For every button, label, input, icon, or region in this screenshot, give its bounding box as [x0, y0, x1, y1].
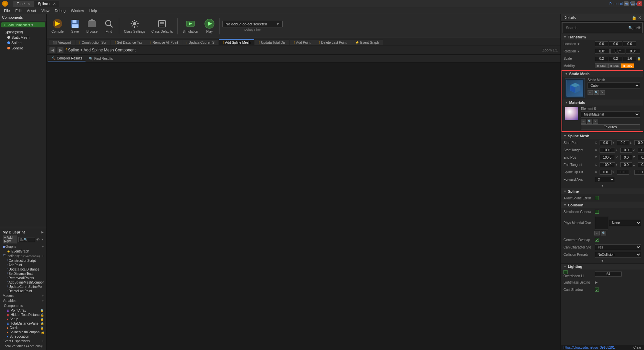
add-dispatcher-icon[interactable]: +	[42, 339, 44, 343]
event-dispatchers-section[interactable]: Event Dispatchers +	[1, 339, 45, 344]
local-variables-section[interactable]: Local Variables (AddSplin) +	[1, 344, 45, 349]
can-character-dropdown[interactable]: Yes	[595, 244, 641, 250]
close-button[interactable]: ✕	[637, 1, 642, 6]
materials-header[interactable]: Materials	[562, 100, 643, 106]
tab-test[interactable]: Test* ✕	[13, 1, 34, 7]
tab-remove-all[interactable]: f Remove All Point	[146, 40, 182, 45]
nav-back-button[interactable]: ◀	[49, 47, 55, 53]
add-function-icon[interactable]: +	[42, 254, 44, 258]
components-subsection[interactable]: Components	[1, 303, 45, 308]
material-arrow-left[interactable]: ←	[581, 119, 586, 124]
close-tab-test[interactable]: ✕	[27, 2, 30, 6]
rotation-z-input[interactable]	[626, 49, 640, 54]
allow-editing-checkbox[interactable]	[595, 196, 599, 200]
tab-spline[interactable]: Spline+ ✕	[34, 1, 59, 7]
location-y-input[interactable]	[609, 41, 622, 46]
tab-event-graph[interactable]: ⚡ Event Graph	[351, 40, 383, 45]
fn-removeall[interactable]: fRemoveAllPoints	[1, 276, 45, 280]
start-tang-z[interactable]	[638, 148, 644, 153]
sim-generates-checkbox[interactable]	[595, 210, 599, 214]
cast-shadow-checkbox[interactable]: ✓	[595, 288, 599, 292]
var-surelocation[interactable]: ●SureLocation	[1, 334, 45, 339]
eye-icon[interactable]: 👁	[36, 237, 40, 241]
clear-button[interactable]: Clear	[633, 346, 641, 349]
add-graph-icon[interactable]: +	[42, 245, 44, 248]
lock-icon[interactable]: 🔒	[632, 15, 637, 20]
tab-compiler-results[interactable]: 🔨 Compiler Results	[48, 56, 86, 61]
class-defaults-button[interactable]: Class Defaults	[149, 18, 175, 34]
browse-button[interactable]: Browse	[85, 18, 100, 34]
textures-button[interactable]: Textures	[581, 124, 640, 130]
overridden-lm-input[interactable]	[595, 272, 622, 277]
lightmass-expand-icon[interactable]: ▶	[595, 280, 598, 285]
macros-section[interactable]: Macros +	[1, 293, 45, 298]
eye-details-icon[interactable]: 👁	[637, 26, 641, 30]
tree-sphere[interactable]: Sphere	[1, 45, 46, 51]
start-tang-x[interactable]	[600, 148, 615, 153]
up-dir-x[interactable]	[600, 170, 612, 175]
add-macro-icon[interactable]: +	[42, 294, 44, 298]
close-details-icon[interactable]: ✕	[638, 15, 641, 20]
collision-presets-dropdown[interactable]: NoCollision	[595, 252, 641, 257]
end-pos-z[interactable]	[638, 155, 644, 160]
spline-header[interactable]: Spline	[561, 188, 644, 194]
menu-asset[interactable]: Asset	[24, 7, 39, 14]
rotation-x-input[interactable]	[595, 49, 610, 54]
phys-material-dropdown[interactable]: None	[609, 220, 641, 226]
fn-updatacuren[interactable]: fUpdataCurenSplinePo	[1, 285, 45, 289]
start-pos-z[interactable]	[634, 140, 644, 145]
details-search-input[interactable]	[564, 25, 628, 31]
rotation-dropdown-icon[interactable]: ▼	[577, 50, 580, 53]
nav-forward-button[interactable]: ▶	[57, 47, 63, 53]
end-tang-z[interactable]	[638, 162, 644, 167]
overridden-lm-checkbox[interactable]	[564, 270, 568, 274]
var-pointarray[interactable]: ▦PointArray🔒	[1, 308, 45, 313]
transform-header[interactable]: Transform	[561, 34, 644, 40]
spline-mesh-expand[interactable]: ▼	[561, 183, 644, 188]
collision-expand[interactable]: ▼	[561, 258, 644, 263]
tree-static-mesh[interactable]: StaticMesh	[1, 35, 46, 40]
end-pos-x[interactable]	[600, 155, 615, 160]
tab-construction[interactable]: f Construction Scr	[75, 40, 111, 45]
end-tang-x[interactable]	[600, 162, 615, 167]
add-local-var-icon[interactable]: +	[42, 344, 44, 348]
var-setup[interactable]: ●Setup🔒	[1, 317, 45, 321]
grid-icon[interactable]: ⊞	[634, 26, 637, 30]
close-tab-spline[interactable]: ✕	[53, 2, 56, 6]
tab-updata-cuuren[interactable]: f Updata Cuuren S	[182, 40, 218, 45]
scale-y-input[interactable]	[609, 56, 622, 61]
fn-deletelast[interactable]: fDeleteLastPoint	[1, 289, 45, 293]
material-clear-btn[interactable]: ✕	[593, 119, 598, 124]
fn-construction[interactable]: fConstructionScript	[1, 258, 45, 263]
status-url[interactable]: https://blog.csdn.net/qq_39108291	[564, 346, 615, 349]
material-search-btn[interactable]: 🔍	[587, 119, 592, 124]
generate-overlap-checkbox[interactable]: ✓	[595, 238, 599, 242]
add-new-button[interactable]: + Add New	[3, 235, 17, 243]
mesh-arrow-left[interactable]: ←	[588, 90, 593, 95]
tab-set-distance[interactable]: f Set Distance Tex	[111, 40, 146, 45]
tab-add-spline-mesh[interactable]: f Add Spline Mesh	[219, 39, 254, 45]
phys-arrow-left[interactable]: ←	[594, 231, 600, 235]
lighting-header[interactable]: Lighting	[561, 264, 644, 270]
location-x-input[interactable]	[595, 41, 608, 46]
collision-header[interactable]: Collision	[561, 202, 644, 208]
forward-axis-dropdown[interactable]: X	[595, 177, 615, 182]
class-settings-button[interactable]: Class Settings	[122, 18, 147, 34]
var-splinemesh[interactable]: ●SplineMeshCompon🔒	[1, 330, 45, 334]
scale-z-input[interactable]	[623, 56, 636, 61]
mesh-search-btn[interactable]: 🔍	[594, 90, 599, 95]
material-dropdown[interactable]: MeshMaterial	[581, 111, 640, 118]
variables-section[interactable]: Variables +	[1, 298, 45, 303]
tab-viewport[interactable]: ⬛ Viewport	[49, 40, 75, 45]
phys-search-btn[interactable]: 🔍	[601, 231, 606, 235]
static-mesh-header[interactable]: Static Mesh	[562, 71, 643, 77]
up-dir-y[interactable]	[617, 170, 629, 175]
location-dropdown-icon[interactable]: ▼	[577, 42, 580, 46]
var-carrier[interactable]: ●Carrier🔒	[1, 326, 45, 330]
end-tang-y[interactable]	[620, 162, 632, 167]
compile-button[interactable]: Compile	[49, 18, 66, 34]
chevron-icon[interactable]: ▼	[41, 238, 44, 241]
menu-edit[interactable]: Edit	[13, 7, 24, 14]
mesh-clear-btn[interactable]: ✕	[600, 90, 605, 95]
start-pos-x[interactable]	[600, 140, 612, 145]
